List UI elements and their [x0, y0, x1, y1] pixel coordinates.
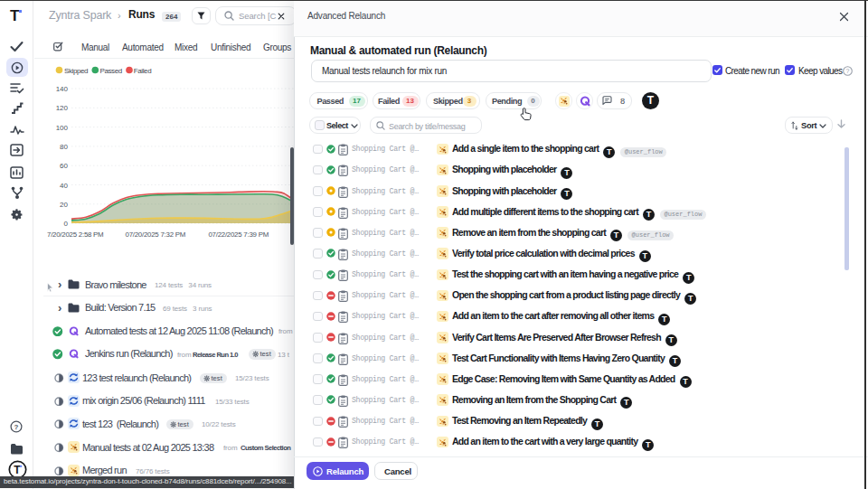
svg-text:?: ?: [14, 423, 19, 431]
svg-text:T: T: [14, 464, 21, 476]
svg-text:?: ?: [846, 68, 850, 74]
